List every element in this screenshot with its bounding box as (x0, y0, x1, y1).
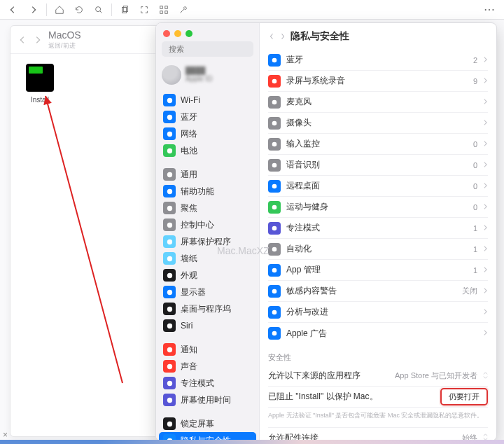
display-icon (163, 286, 176, 298)
fitness-icon (268, 201, 281, 214)
sidebar-item-accessibility[interactable]: 辅助功能 (159, 183, 256, 200)
privacy-row-warning[interactable]: 敏感内容警告关闭 (268, 281, 488, 302)
sidebar-item-sound[interactable]: 声音 (159, 358, 256, 375)
sidebar-item-label: 控制中心 (181, 219, 214, 231)
maximize-icon[interactable] (186, 30, 192, 37)
keyboard-icon (268, 138, 281, 151)
sidebar-item-screensaver[interactable]: 屏幕保护程序 (159, 233, 256, 250)
window-controls[interactable] (156, 23, 259, 41)
security-section-label: 安全性 (268, 352, 488, 363)
more-button[interactable]: ··· (484, 5, 496, 15)
chevron-right-icon (483, 223, 488, 233)
refresh-button[interactable] (69, 1, 89, 18)
svg-rect-6 (165, 11, 168, 13)
chevron-right-icon (483, 202, 488, 212)
content-title: 隐私与安全性 (290, 30, 349, 43)
nav-back-button[interactable] (3, 1, 22, 18)
sidebar-item-label: 网络 (181, 128, 197, 140)
row-value: 关闭 (462, 286, 477, 296)
sidebar-item-sliders[interactable]: 控制中心 (159, 216, 256, 233)
bottom-strip (0, 440, 504, 444)
allow-sources-label: 允许以下来源的应用程序 (268, 370, 389, 382)
tool-button[interactable] (174, 1, 193, 18)
sidebar-item-hourglass[interactable]: 屏幕使用时间 (159, 391, 256, 408)
sidebar-user[interactable]: ████ Apple ID (156, 62, 259, 90)
row-value: 1 (473, 266, 477, 275)
privacy-row-keyboard[interactable]: 输入监控0 (268, 134, 488, 155)
sidebar-item-bell[interactable]: 通知 (159, 341, 256, 358)
sidebar-item-bluetooth[interactable]: 蓝牙 (159, 109, 256, 125)
accessory-row[interactable]: 允许配件连接 始终 (268, 427, 488, 440)
zoom-button[interactable] (89, 1, 108, 18)
allow-sources-row[interactable]: 允许以下来源的应用程序 App Store 与已知开发者 (268, 366, 488, 387)
privacy-row-ads[interactable]: Apple 广告 (268, 323, 488, 344)
svg-point-37 (272, 183, 277, 188)
focus-icon (163, 377, 176, 389)
mic-icon (268, 96, 281, 109)
home-button[interactable] (50, 1, 69, 18)
privacy-row-appmgmt[interactable]: App 管理1 (268, 260, 488, 281)
sidebar-item-focus[interactable]: 专注模式 (159, 375, 256, 391)
bottom-close[interactable]: × (3, 430, 8, 440)
sidebar-item-appearance[interactable]: 外观 (159, 267, 256, 284)
sidebar-item-gear[interactable]: 通用 (159, 166, 256, 183)
sidebar-item-wifi[interactable]: Wi-Fi (159, 92, 256, 109)
row-value: 1 (473, 224, 477, 233)
system-settings-window: ████ Apple ID Wi-Fi蓝牙网络电池通用辅助功能聚焦控制中心屏幕保… (155, 22, 497, 441)
user-info: ████ Apple ID (186, 67, 212, 83)
privacy-row-mic[interactable]: 麦克风 (268, 92, 488, 113)
chevron-right-icon (483, 265, 488, 275)
finder-forward-icon[interactable] (33, 35, 43, 45)
allow-sources-value: App Store 与已知开发者 (395, 370, 477, 381)
svg-point-36 (272, 162, 277, 167)
sidebar-item-wallpaper[interactable]: 墙纸 (159, 250, 256, 267)
svg-point-25 (167, 380, 172, 385)
accessibility-icon (163, 185, 176, 197)
grid-button[interactable] (154, 1, 174, 18)
sidebar-item-label: 通用 (181, 169, 197, 181)
sidebar-item-lock[interactable]: 锁定屏幕 (159, 415, 256, 432)
sidebar-item-label: 锁定屏幕 (181, 418, 214, 430)
svg-point-22 (167, 323, 172, 328)
sidebar-item-dock[interactable]: 桌面与程序坞 (159, 300, 256, 317)
privacy-row-camera[interactable]: 摄像头 (268, 113, 488, 134)
finder-back-icon[interactable] (18, 35, 27, 45)
search-input[interactable] (169, 45, 265, 53)
sidebar-item-battery[interactable]: 电池 (159, 142, 256, 159)
chevron-right-icon (483, 55, 488, 65)
svg-point-14 (167, 188, 172, 193)
privacy-row-remote[interactable]: 远程桌面0 (268, 176, 488, 197)
privacy-row-analytics[interactable]: 分析与改进 (268, 302, 488, 323)
sidebar-item-label: 通知 (181, 344, 197, 356)
sidebar-item-label: 桌面与程序坞 (181, 303, 231, 315)
svg-rect-4 (165, 6, 168, 8)
privacy-row-bluetooth[interactable]: 蓝牙2 (268, 50, 488, 71)
sidebar-item-siri[interactable]: Siri (159, 317, 256, 334)
search-field[interactable] (162, 41, 253, 57)
nav-forward-button[interactable] (24, 1, 43, 18)
privacy-row-automation[interactable]: 自动化1 (268, 239, 488, 260)
row-value: 9 (473, 77, 477, 85)
privacy-row-focus[interactable]: 专注模式1 (268, 218, 488, 239)
analytics-icon (268, 306, 281, 319)
record-icon (268, 75, 281, 88)
privacy-row-record[interactable]: 录屏与系统录音9 (268, 71, 488, 92)
bluetooth-icon (268, 54, 281, 67)
minimize-icon[interactable] (174, 30, 181, 37)
privacy-row-speech[interactable]: 语音识别0 (268, 155, 488, 176)
file-item-install[interactable]: Install (20, 64, 59, 104)
privacy-row-fitness[interactable]: 运动与健身0 (268, 197, 488, 218)
chevron-right-icon (483, 244, 488, 254)
fullscreen-button[interactable] (134, 1, 154, 18)
content-forward-icon[interactable] (279, 32, 286, 41)
svg-point-34 (272, 120, 277, 125)
sidebar-item-search[interactable]: 聚焦 (159, 200, 256, 216)
close-icon[interactable] (163, 30, 170, 37)
copy-button[interactable] (115, 1, 134, 18)
sidebar-item-display[interactable]: 显示器 (159, 284, 256, 300)
sidebar-item-network[interactable]: 网络 (159, 125, 256, 142)
row-label: 运动与健身 (286, 201, 468, 213)
content-back-icon[interactable] (268, 32, 275, 41)
open-anyway-button[interactable]: 仍要打开 (440, 388, 488, 405)
svg-point-15 (167, 205, 172, 210)
